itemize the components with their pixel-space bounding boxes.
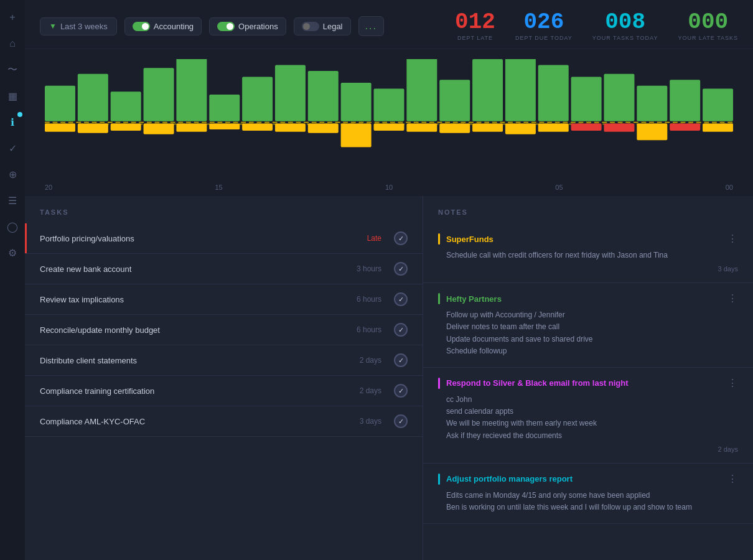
lines-icon[interactable]: ☰: [5, 193, 20, 208]
task-check[interactable]: ✓: [394, 231, 408, 245]
svg-rect-7: [144, 68, 174, 121]
wave-icon[interactable]: 〜: [5, 62, 20, 77]
stat-late-tasks-num: 000: [688, 11, 728, 34]
svg-rect-25: [439, 80, 470, 121]
svg-rect-35: [604, 74, 634, 121]
svg-rect-8: [144, 124, 174, 134]
svg-rect-32: [538, 124, 569, 132]
svg-rect-13: [242, 77, 273, 121]
operations-label: Operations: [238, 22, 278, 31]
task-name: Create new bank account: [40, 264, 349, 274]
task-check[interactable]: ✓: [394, 353, 408, 367]
note-footer: 2 days: [438, 446, 738, 453]
note-body: Schedule call with credit officers for n…: [438, 250, 738, 261]
svg-rect-27: [472, 59, 503, 121]
task-name: Reconcile/update monthly budget: [40, 325, 349, 335]
note-card: Hefty Partners ⋮ Follow up with Accounti…: [423, 283, 753, 368]
legal-label: Legal: [323, 22, 343, 31]
tasks-title: TASKS: [25, 208, 423, 223]
svg-rect-16: [275, 124, 306, 132]
task-name: Portfolio pricing/valuations: [40, 234, 360, 243]
svg-rect-31: [538, 65, 569, 121]
accounting-toggle-switch[interactable]: [133, 22, 150, 31]
svg-rect-37: [637, 86, 667, 121]
more-button[interactable]: ...: [358, 16, 384, 36]
note-footer: 3 days: [438, 265, 738, 273]
notification-badge: [17, 112, 22, 117]
plus-icon[interactable]: +: [5, 10, 20, 25]
note-menu-button[interactable]: ⋮: [727, 294, 738, 304]
accounting-label: Accounting: [154, 22, 194, 31]
svg-rect-28: [472, 124, 503, 132]
task-row[interactable]: Review tax implications 6 hours ✓: [25, 284, 423, 315]
task-check[interactable]: ✓: [394, 384, 408, 398]
task-time: 6 hours: [357, 325, 381, 334]
stat-dept-late-label: DEPT LATE: [457, 35, 493, 41]
task-check[interactable]: ✓: [394, 292, 408, 306]
note-title: SuperFunds: [446, 235, 727, 244]
task-row[interactable]: Reconcile/update monthly budget 6 hours …: [25, 315, 423, 345]
tasks-panel: TASKS Portfolio pricing/valuations Late …: [25, 196, 423, 560]
user-icon[interactable]: ◯: [5, 219, 20, 234]
svg-rect-15: [275, 65, 306, 121]
stat-your-tasks: 008 YOUR TASKS TODAY: [592, 11, 658, 41]
svg-rect-30: [505, 124, 536, 134]
accounting-toggle[interactable]: Accounting: [124, 17, 202, 35]
settings-icon[interactable]: ⚙: [5, 245, 20, 260]
task-row[interactable]: Compliance AML-KYC-OFAC 3 days ✓: [25, 406, 423, 437]
task-check[interactable]: ✓: [394, 323, 408, 337]
note-color-bar: [438, 474, 440, 485]
note-header: SuperFunds ⋮: [438, 233, 738, 245]
svg-rect-9: [176, 59, 207, 121]
svg-rect-26: [439, 124, 470, 133]
note-body: Edits came in Monday 4/15 and only some …: [438, 490, 738, 513]
check-icon[interactable]: ✓: [5, 141, 20, 156]
task-row[interactable]: Distribute client statements 2 days ✓: [25, 345, 423, 376]
stat-dept-late: 012 DEPT LATE: [455, 11, 495, 41]
note-title: Adjust portfolio managers report: [446, 474, 727, 483]
stat-dept-due-num: 026: [523, 11, 564, 34]
note-time: 2 days: [718, 446, 738, 453]
chart-area: 20 15 10 05 00: [25, 49, 753, 196]
task-time: 3 days: [360, 417, 381, 426]
stat-dept-due-label: DEPT DUE TODAY: [515, 35, 573, 41]
calendar-icon[interactable]: ▦: [5, 88, 20, 103]
note-menu-button[interactable]: ⋮: [727, 234, 738, 244]
note-menu-button[interactable]: ⋮: [727, 474, 738, 484]
home-icon[interactable]: ⌂: [5, 36, 20, 51]
operations-toggle-switch[interactable]: [217, 22, 235, 31]
note-header: Respond to Silver & Black email from las…: [438, 378, 738, 389]
svg-rect-1: [45, 86, 75, 121]
info-icon[interactable]: ℹ: [5, 114, 20, 129]
stat-your-tasks-label: YOUR TASKS TODAY: [592, 35, 658, 41]
chart-x-labels: 20 15 10 05 00: [45, 180, 733, 191]
notes-title: NOTES: [423, 208, 753, 223]
note-menu-button[interactable]: ⋮: [727, 378, 738, 388]
chevron-icon: ▼: [49, 22, 57, 30]
svg-rect-39: [670, 80, 700, 121]
legal-toggle[interactable]: Legal: [294, 17, 351, 35]
bottom-panel: TASKS Portfolio pricing/valuations Late …: [25, 196, 753, 560]
note-color-bar: [438, 378, 440, 389]
operations-toggle[interactable]: Operations: [209, 17, 286, 35]
upload-icon[interactable]: ⊕: [5, 167, 20, 182]
task-row[interactable]: Portfolio pricing/valuations Late ✓: [25, 223, 423, 254]
task-check[interactable]: ✓: [394, 414, 408, 428]
svg-rect-40: [670, 124, 700, 131]
stat-late-tasks-label: YOUR LATE TASKS: [678, 35, 738, 41]
sidebar: + ⌂ 〜 ▦ ℹ ✓ ⊕ ☰ ◯ ⚙: [0, 0, 25, 560]
date-filter-button[interactable]: ▼ Last 3 weeks: [40, 17, 117, 35]
task-check[interactable]: ✓: [394, 262, 408, 276]
task-row[interactable]: Create new bank account 3 hours ✓: [25, 254, 423, 284]
svg-rect-4: [78, 124, 108, 133]
note-header: Adjust portfolio managers report ⋮: [438, 474, 738, 485]
task-row[interactable]: Compliance training certification 2 days…: [25, 376, 423, 406]
legal-toggle-switch[interactable]: [302, 22, 319, 31]
filter-label: Last 3 weeks: [60, 22, 108, 31]
stat-late-tasks: 000 YOUR LATE TASKS: [678, 11, 738, 41]
svg-rect-19: [341, 83, 372, 121]
task-name: Review tax implications: [40, 295, 349, 304]
svg-rect-20: [341, 124, 372, 147]
x-label-20: 20: [45, 184, 52, 191]
svg-rect-22: [374, 124, 405, 131]
